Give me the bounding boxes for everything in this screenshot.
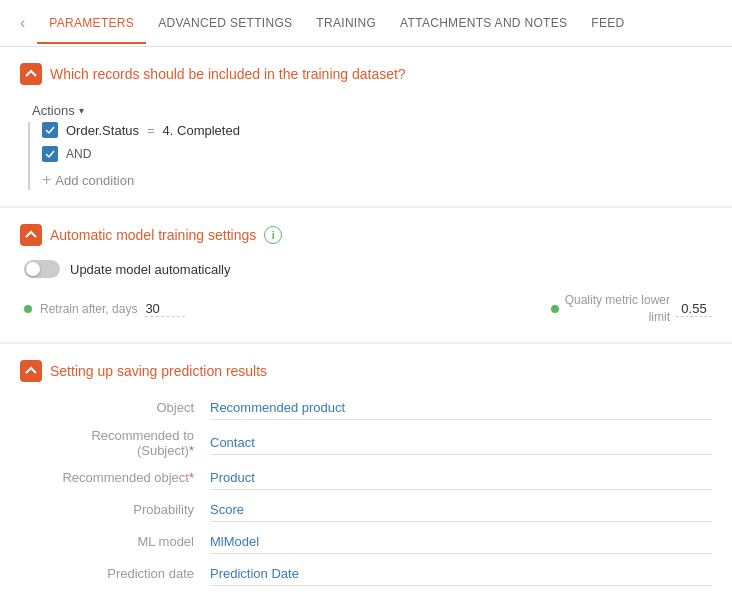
auto-update-label: Update model automatically xyxy=(70,262,230,277)
form-row-subject: Recommended to(Subject)* Contact xyxy=(20,428,712,458)
and-label: AND xyxy=(66,147,91,161)
condition-area: Order.Status = 4. Completed AND + Add co… xyxy=(28,122,712,190)
saving-form: Object Recommended product Recommended t… xyxy=(20,396,712,586)
section-saving-title: Setting up saving prediction results xyxy=(50,363,267,379)
quality-metric-label: Quality metric lowerlimit xyxy=(565,292,670,326)
retrain-item: Retrain after, days 30 xyxy=(24,301,185,317)
section-saving-toggle[interactable] xyxy=(20,360,42,382)
condition-value: 4. Completed xyxy=(163,123,240,138)
value-subject[interactable]: Contact xyxy=(210,431,712,455)
section-auto-toggle[interactable] xyxy=(20,224,42,246)
section-saving-header: Setting up saving prediction results xyxy=(20,360,712,382)
back-button[interactable]: ‹ xyxy=(16,0,29,46)
condition-operator: = xyxy=(147,123,155,138)
value-probability[interactable]: Score xyxy=(210,498,712,522)
quality-dot xyxy=(551,305,559,313)
tab-parameters[interactable]: PARAMETERS xyxy=(37,2,146,44)
tab-training[interactable]: TRAINING xyxy=(304,2,388,44)
and-row: AND xyxy=(42,146,712,162)
tab-advanced-settings[interactable]: ADVANCED SETTINGS xyxy=(146,2,304,44)
plus-icon: + xyxy=(42,172,51,188)
quality-metric-item: Quality metric lowerlimit 0.55 xyxy=(551,292,712,326)
section-records-header: Which records should be included in the … xyxy=(20,63,712,85)
section-records: Which records should be included in the … xyxy=(0,47,732,206)
auto-update-toggle[interactable] xyxy=(24,260,60,278)
form-row-probability: Probability Score xyxy=(20,498,712,522)
label-subject: Recommended to(Subject)* xyxy=(20,428,210,458)
tabs-bar: ‹ PARAMETERS ADVANCED SETTINGS TRAINING … xyxy=(0,0,732,47)
section-auto-training: Automatic model training settings i Upda… xyxy=(0,207,732,342)
label-rec-object: Recommended object* xyxy=(20,470,210,485)
section-auto-title: Automatic model training settings xyxy=(50,227,256,243)
section-records-title: Which records should be included in the … xyxy=(50,66,406,82)
actions-dropdown-arrow: ▾ xyxy=(79,105,84,116)
retrain-label: Retrain after, days xyxy=(40,302,137,316)
toggle-knob xyxy=(26,262,40,276)
tab-feed[interactable]: FEED xyxy=(579,2,636,44)
form-row-prediction-date: Prediction date Prediction Date xyxy=(20,562,712,586)
actions-button[interactable]: Actions ▾ xyxy=(24,99,92,122)
retrain-value[interactable]: 30 xyxy=(145,301,185,317)
quality-metric-value[interactable]: 0.55 xyxy=(676,301,712,317)
value-prediction-date[interactable]: Prediction Date xyxy=(210,562,712,586)
value-object[interactable]: Recommended product xyxy=(210,396,712,420)
actions-label: Actions xyxy=(32,103,75,118)
label-probability: Probability xyxy=(20,502,210,517)
auto-update-row: Update model automatically xyxy=(24,260,712,278)
and-checkbox[interactable] xyxy=(42,146,58,162)
actions-area: Actions ▾ xyxy=(24,99,712,122)
section-records-toggle[interactable] xyxy=(20,63,42,85)
add-condition-label: Add condition xyxy=(55,173,134,188)
value-rec-object[interactable]: Product xyxy=(210,466,712,490)
label-object: Object xyxy=(20,400,210,415)
section-saving: Setting up saving prediction results Obj… xyxy=(0,343,732,610)
value-ml-model[interactable]: MlModel xyxy=(210,530,712,554)
metrics-row: Retrain after, days 30 Quality metric lo… xyxy=(24,292,712,326)
tab-attachments-notes[interactable]: ATTACHMENTS AND NOTES xyxy=(388,2,579,44)
condition-field: Order.Status xyxy=(66,123,139,138)
label-ml-model: ML model xyxy=(20,534,210,549)
condition-checkbox[interactable] xyxy=(42,122,58,138)
form-row-rec-object: Recommended object* Product xyxy=(20,466,712,490)
info-icon[interactable]: i xyxy=(264,226,282,244)
label-prediction-date: Prediction date xyxy=(20,566,210,581)
condition-row-1: Order.Status = 4. Completed xyxy=(42,122,712,138)
add-condition-button[interactable]: + Add condition xyxy=(42,170,134,190)
form-row-ml-model: ML model MlModel xyxy=(20,530,712,554)
retrain-dot xyxy=(24,305,32,313)
form-row-object: Object Recommended product xyxy=(20,396,712,420)
section-auto-header: Automatic model training settings i xyxy=(20,224,712,246)
